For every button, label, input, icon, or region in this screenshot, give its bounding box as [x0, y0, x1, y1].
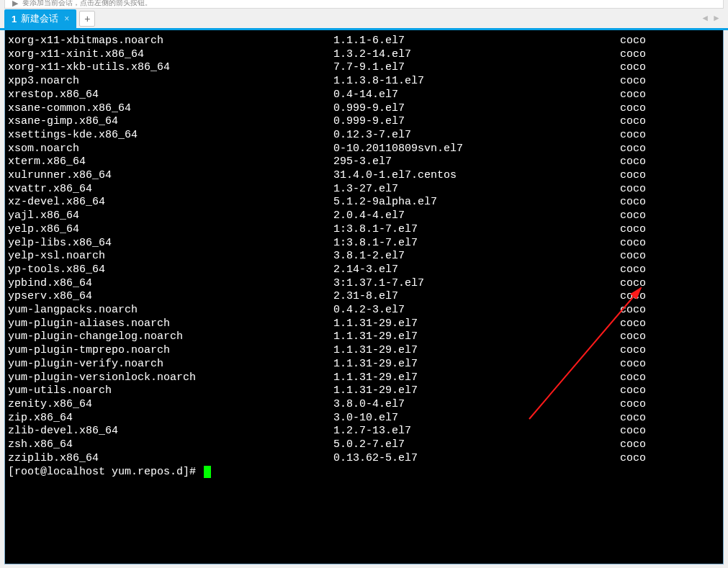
pkg-repo: coco [620, 317, 646, 331]
arrow-right-icon: ▶ [12, 0, 18, 6]
pkg-name: yum-plugin-aliases.noarch [8, 317, 333, 331]
pkg-name: xorg-x11-xkb-utils.x86_64 [8, 61, 333, 75]
package-row: zenity.x86_643.8.0-4.el7coco [8, 398, 720, 412]
package-row: xz-devel.x86_645.1.2-9alpha.el7coco [8, 196, 720, 209]
pkg-version: 0.4.2-3.el7 [333, 304, 620, 317]
pkg-repo: coco [620, 48, 646, 62]
pkg-repo: coco [620, 290, 646, 304]
terminal-output: xorg-x11-xbitmaps.noarch1.1.1-6.el7cocox… [5, 30, 723, 482]
pkg-repo: coco [620, 237, 646, 251]
pkg-repo: coco [620, 330, 646, 344]
pkg-name: ypbind.x86_64 [8, 277, 333, 291]
package-row: yum-plugin-versionlock.noarch1.1.31-29.e… [8, 371, 720, 385]
pkg-name: zziplib.x86_64 [8, 452, 333, 466]
pkg-repo: coco [620, 425, 646, 438]
pkg-version: 1.1.1-6.el7 [333, 35, 620, 48]
terminal-pane[interactable]: xorg-x11-xbitmaps.noarch1.1.1-6.el7cocox… [4, 30, 724, 564]
pkg-version: 0.999-9.el7 [333, 102, 620, 116]
package-row: xsom.noarch0-10.20110809svn.el7coco [8, 143, 720, 156]
pkg-version: 1.1.31-29.el7 [333, 317, 620, 331]
tab-session-1[interactable]: 1 新建会话 × [4, 9, 76, 28]
pkg-name: yelp.x86_64 [8, 223, 333, 237]
tab-nav: ◄ ► [701, 13, 721, 23]
pkg-repo: coco [620, 384, 646, 398]
hint-bar: ▶ 要添加当前会话，点击左侧的箭头按钮。 [4, 0, 724, 9]
pkg-version: 0.999-9.el7 [333, 115, 620, 129]
package-row: yum-utils.noarch1.1.31-29.el7coco [8, 384, 720, 398]
pkg-repo: coco [620, 75, 646, 89]
pkg-version: 7.7-9.1.el7 [333, 61, 620, 75]
pkg-name: zsh.x86_64 [8, 438, 333, 452]
tab-label: 新建会话 [21, 12, 58, 25]
pkg-version: 3:1.37.1-7.el7 [333, 277, 620, 291]
pkg-name: yum-plugin-versionlock.noarch [8, 371, 333, 385]
pkg-version: 0.12.3-7.el7 [333, 129, 620, 143]
package-row: yelp.x86_641:3.8.1-7.el7coco [8, 223, 720, 237]
pkg-repo: coco [620, 183, 646, 197]
prompt-line[interactable]: [root@localhost yum.repos.d]# [8, 466, 720, 479]
pkg-name: xulrunner.x86_64 [8, 169, 333, 183]
pkg-repo: coco [620, 143, 646, 156]
pkg-version: 1.2.7-13.el7 [333, 425, 620, 438]
hint-text: 要添加当前会话，点击左侧的箭头按钮。 [22, 0, 152, 6]
pkg-version: 1.1.31-29.el7 [333, 344, 620, 358]
pkg-name: xz-devel.x86_64 [8, 196, 333, 209]
pkg-repo: coco [620, 344, 646, 358]
pkg-version: 1.1.31-29.el7 [333, 384, 620, 398]
pkg-name: xsom.noarch [8, 143, 333, 156]
pkg-repo: coco [620, 412, 646, 425]
package-row: yum-plugin-verify.noarch1.1.31-29.el7coc… [8, 358, 720, 371]
pkg-repo: coco [620, 438, 646, 452]
add-tab-button[interactable]: + [79, 11, 95, 27]
tab-prev-icon[interactable]: ◄ [701, 13, 709, 23]
package-row: ypserv.x86_642.31-8.el7coco [8, 290, 720, 304]
pkg-name: xorg-x11-xinit.x86_64 [8, 48, 333, 62]
pkg-repo: coco [620, 169, 646, 183]
package-row: xorg-x11-xinit.x86_641.3.2-14.el7coco [8, 48, 720, 62]
pkg-version: 1.1.31-29.el7 [333, 358, 620, 371]
package-row: zziplib.x86_640.13.62-5.el7coco [8, 452, 720, 466]
pkg-version: 1.3-27.el7 [333, 183, 620, 197]
pkg-version: 1:3.8.1-7.el7 [333, 223, 620, 237]
pkg-name: xvattr.x86_64 [8, 183, 333, 197]
package-row: yajl.x86_642.0.4-4.el7coco [8, 209, 720, 223]
package-row: xulrunner.x86_6431.4.0-1.el7.centoscoco [8, 169, 720, 183]
pkg-repo: coco [620, 155, 646, 169]
pkg-repo: coco [620, 250, 646, 263]
package-row: xorg-x11-xkb-utils.x86_647.7-9.1.el7coco [8, 61, 720, 75]
pkg-name: yum-utils.noarch [8, 384, 333, 398]
package-row: zlib-devel.x86_641.2.7-13.el7coco [8, 425, 720, 438]
pkg-name: yum-plugin-verify.noarch [8, 358, 333, 371]
pkg-version: 1.3.2-14.el7 [333, 48, 620, 62]
pkg-repo: coco [620, 61, 646, 75]
pkg-repo: coco [620, 223, 646, 237]
package-row: yp-tools.x86_642.14-3.el7coco [8, 263, 720, 277]
pkg-repo: coco [620, 358, 646, 371]
pkg-version: 1.1.31-29.el7 [333, 330, 620, 344]
pkg-name: yum-plugin-tmprepo.noarch [8, 344, 333, 358]
package-row: xpp3.noarch1.1.3.8-11.el7coco [8, 75, 720, 89]
pkg-name: zenity.x86_64 [8, 398, 333, 412]
pkg-name: yelp-xsl.noarch [8, 250, 333, 263]
pkg-repo: coco [620, 304, 646, 317]
pkg-repo: coco [620, 452, 646, 466]
pkg-version: 5.0.2-7.el7 [333, 438, 620, 452]
pkg-version: 0-10.20110809svn.el7 [333, 143, 620, 156]
pkg-name: ypserv.x86_64 [8, 290, 333, 304]
close-icon[interactable]: × [64, 14, 69, 24]
package-row: yelp-libs.x86_641:3.8.1-7.el7coco [8, 237, 720, 251]
tab-strip: 1 新建会话 × + ◄ ► [0, 9, 728, 30]
pkg-repo: coco [620, 277, 646, 291]
package-row: yum-plugin-changelog.noarch1.1.31-29.el7… [8, 330, 720, 344]
pkg-name: xsane-common.x86_64 [8, 102, 333, 116]
pkg-repo: coco [620, 115, 646, 129]
pkg-name: yelp-libs.x86_64 [8, 237, 333, 251]
pkg-name: yp-tools.x86_64 [8, 263, 333, 277]
pkg-version: 0.4-14.el7 [333, 89, 620, 102]
pkg-version: 31.4.0-1.el7.centos [333, 169, 620, 183]
package-row: xorg-x11-xbitmaps.noarch1.1.1-6.el7coco [8, 35, 720, 48]
pkg-version: 295-3.el7 [333, 155, 620, 169]
tab-next-icon[interactable]: ► [712, 13, 721, 23]
package-row: yum-langpacks.noarch0.4.2-3.el7coco [8, 304, 720, 317]
pkg-name: zip.x86_64 [8, 412, 333, 425]
